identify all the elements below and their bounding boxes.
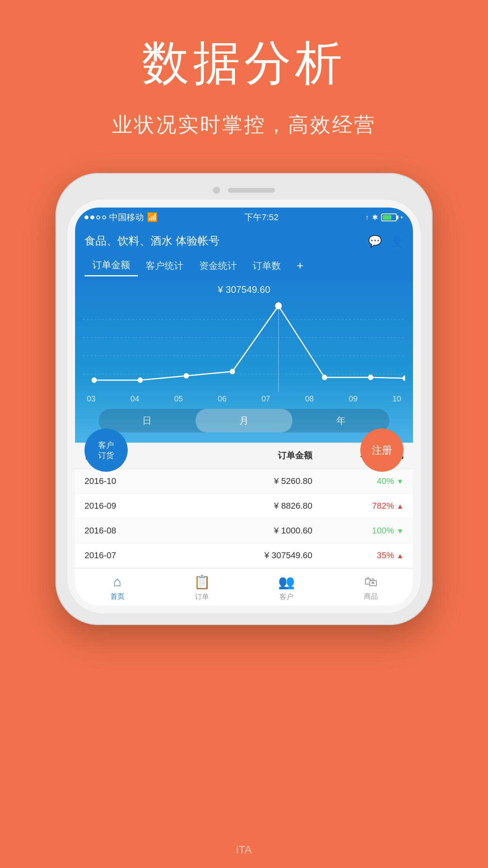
row2-date: 2016-09 <box>84 501 176 511</box>
chart-value-label: ¥ 307549.60 <box>83 284 405 295</box>
arrow-up-icon <box>396 501 404 511</box>
users-icon: 👥 <box>278 574 295 590</box>
chart-container <box>83 302 405 392</box>
app-header: 食品、饮料、酒水 体验帐号 💬 👤 订单金额 客户统计 资金统计 订单数 + <box>75 227 413 276</box>
phone-top-elements <box>67 185 421 194</box>
row2-change: 782% <box>312 501 404 511</box>
nav-item-home[interactable]: ⌂ 首页 <box>75 574 160 601</box>
signal-dot-2 <box>90 215 94 219</box>
location-icon: ↑ <box>365 213 369 222</box>
tab-customer-stats[interactable]: 客户统计 <box>138 256 191 276</box>
x-label-03: 03 <box>87 394 95 403</box>
app-title-text: 食品、饮料、酒水 体验帐号 <box>84 234 220 248</box>
chart-svg <box>83 302 405 392</box>
app-icons: 💬 👤 <box>368 235 404 248</box>
signal-dot-3 <box>96 215 100 219</box>
battery-fill <box>383 215 391 220</box>
row4-change: 35% <box>312 550 404 561</box>
wifi-icon: 📶 <box>147 212 158 223</box>
header-section: 数据分析 业状况实时掌控，高效经营 <box>0 31 488 139</box>
x-label-06: 06 <box>218 394 226 403</box>
arrow-down-icon <box>396 476 404 486</box>
time-btn-month[interactable]: 月 <box>196 409 293 432</box>
svg-point-5 <box>92 378 96 383</box>
svg-point-12 <box>403 376 405 381</box>
home-icon: ⌂ <box>113 574 121 589</box>
user-icon[interactable]: 👤 <box>390 235 404 248</box>
row4-amount: ¥ 307549.60 <box>176 550 312 561</box>
tab-order-amount[interactable]: 订单金额 <box>84 255 138 276</box>
table-row: 2016-10 ¥ 5260.80 40% <box>75 469 413 494</box>
calendar-icon: 📋 <box>194 574 210 590</box>
status-left: 中国移动 📶 <box>84 211 158 223</box>
charging-icon: + <box>400 214 404 221</box>
row1-amount: ¥ 5260.80 <box>176 476 312 486</box>
arrow-up-icon <box>396 550 404 560</box>
tab-add-button[interactable]: + <box>289 255 312 276</box>
nav-item-customers[interactable]: 👥 客户 <box>244 574 328 601</box>
row4-date: 2016-07 <box>84 550 176 561</box>
phone-mockup: 中国移动 📶 下午7:52 ↑ ✱ + <box>55 173 433 625</box>
nav-label-orders: 订单 <box>195 592 209 601</box>
chart-x-labels: 03 04 05 06 07 08 09 10 <box>83 394 405 403</box>
nav-label-home: 首页 <box>110 592 125 601</box>
bottom-nav: ⌂ 首页 📋 订单 👥 客户 🛍 商品 <box>75 568 413 605</box>
status-right: ↑ ✱ + <box>365 213 404 222</box>
nav-label-products: 商品 <box>364 592 378 601</box>
time-selector: 日 月 年 <box>99 409 389 432</box>
float-register-button[interactable]: 注册 <box>360 428 404 472</box>
row1-change: 40% <box>312 476 404 486</box>
customer-btn-label: 客户订货 <box>98 440 114 460</box>
nav-item-products[interactable]: 🛍 商品 <box>328 574 413 601</box>
float-customer-button[interactable]: 客户订货 <box>84 428 128 472</box>
app-title-row: 食品、饮料、酒水 体验帐号 💬 👤 <box>84 234 404 248</box>
data-table: 日期 订单金额 与上月环比 2016-10 ¥ 5260.80 40% 2016… <box>75 443 413 568</box>
x-label-07: 07 <box>261 394 270 403</box>
chart-area: ¥ 307549.60 <box>75 276 413 443</box>
comment-icon[interactable]: 💬 <box>368 235 382 248</box>
status-bar: 中国移动 📶 下午7:52 ↑ ✱ + <box>75 208 413 227</box>
svg-point-9 <box>275 303 281 309</box>
x-label-10: 10 <box>393 394 401 403</box>
svg-point-6 <box>138 378 142 383</box>
signal-dot-1 <box>84 215 88 219</box>
signal-dot-4 <box>102 215 106 219</box>
status-time: 下午7:52 <box>244 211 279 223</box>
arrow-down-icon <box>396 526 404 535</box>
sub-title: 业状况实时掌控，高效经营 <box>0 111 488 139</box>
col-header-amount: 订单金额 <box>176 450 312 462</box>
tab-order-count[interactable]: 订单数 <box>245 256 289 276</box>
table-row: 2016-08 ¥ 1000.60 100% <box>75 519 413 543</box>
bag-icon: 🛍 <box>364 574 378 589</box>
signal-dots <box>84 215 106 219</box>
row3-change: 100% <box>312 526 404 536</box>
time-btn-day[interactable]: 日 <box>99 409 196 432</box>
phone-outer: 中国移动 📶 下午7:52 ↑ ✱ + <box>55 173 433 625</box>
time-btn-year[interactable]: 年 <box>292 409 389 432</box>
camera-dot <box>213 187 220 194</box>
row2-amount: ¥ 8826.80 <box>176 501 312 511</box>
x-label-04: 04 <box>130 394 139 403</box>
x-label-09: 09 <box>349 394 358 403</box>
phone-screen: 中国移动 📶 下午7:52 ↑ ✱ + <box>75 208 413 605</box>
row3-date: 2016-08 <box>84 526 176 536</box>
phone-inner: 中国移动 📶 下午7:52 ↑ ✱ + <box>67 200 421 613</box>
table-row: 2016-07 ¥ 307549.60 35% <box>75 543 413 568</box>
svg-point-8 <box>230 369 235 374</box>
speaker-bar <box>228 188 275 193</box>
svg-point-11 <box>369 375 373 380</box>
carrier-name: 中国移动 <box>109 211 144 223</box>
nav-label-customers: 客户 <box>279 592 294 601</box>
x-label-05: 05 <box>174 394 183 403</box>
tab-fund-stats[interactable]: 资金统计 <box>191 256 245 276</box>
bluetooth-icon: ✱ <box>372 213 378 222</box>
x-label-08: 08 <box>305 394 314 403</box>
nav-item-orders[interactable]: 📋 订单 <box>160 574 244 601</box>
register-btn-label: 注册 <box>372 443 392 457</box>
battery-icon <box>381 213 397 221</box>
app-tabs: 订单金额 客户统计 资金统计 订单数 + <box>84 255 404 276</box>
row3-amount: ¥ 1000.60 <box>176 526 312 536</box>
svg-point-7 <box>184 373 188 378</box>
bottom-label: iTA <box>236 844 252 856</box>
table-row: 2016-09 ¥ 8826.80 782% <box>75 494 413 519</box>
